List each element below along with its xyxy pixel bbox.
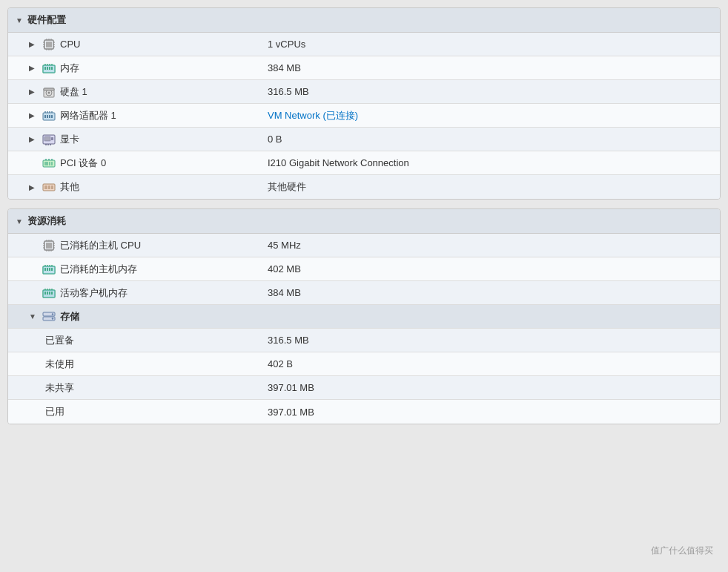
resources-section-title: 资源消耗 — [27, 214, 66, 228]
other-value: 其他硬件 — [260, 176, 720, 198]
cpu-expand-arrow[interactable]: ▶ — [29, 40, 36, 48]
pci-label-text: PCI 设备 0 — [60, 157, 106, 170]
active-memory-label-text: 活动客户机内存 — [60, 286, 128, 300]
hardware-collapse-arrow[interactable]: ▼ — [16, 16, 23, 24]
storage-icon — [42, 310, 56, 323]
resources-collapse-arrow[interactable]: ▼ — [16, 217, 23, 226]
memory-label[interactable]: ▶ 内存 — [8, 57, 260, 79]
used-value: 397.01 MB — [260, 402, 720, 422]
table-row: 未使用 402 B — [8, 352, 720, 376]
host-cpu-label: ▶ — [8, 234, 260, 257]
cpu-icon — [42, 38, 56, 51]
host-memory-icon — [42, 263, 56, 276]
gpu-value: 0 B — [260, 129, 720, 149]
nic-value[interactable]: VM Network (已连接) — [260, 105, 720, 127]
hardware-section-title: 硬件配置 — [27, 13, 66, 27]
gpu-icon — [42, 133, 56, 146]
storage-subheader-row[interactable]: ▼ 存储 — [8, 305, 720, 329]
table-row: ▶ PCI 设备 0 I210 Gigabit Network Connecti… — [8, 151, 720, 175]
svg-rect-18 — [49, 67, 50, 70]
hardware-section-header[interactable]: ▼ 硬件配置 — [8, 8, 720, 33]
svg-rect-32 — [51, 115, 53, 118]
table-row: ▶ 内存 384 — [8, 56, 720, 80]
host-cpu-label-text: 已消耗的主机 CPU — [60, 239, 141, 252]
memory-label-text: 内存 — [60, 62, 79, 75]
svg-rect-71 — [47, 268, 48, 271]
other-label-text: 其他 — [60, 180, 79, 194]
svg-rect-1 — [46, 42, 52, 47]
svg-rect-17 — [47, 67, 48, 70]
table-row: ▶ — [8, 33, 720, 56]
hardware-panel: ▼ 硬件配置 ▶ — [7, 7, 721, 200]
storage-label[interactable]: ▼ 存储 — [8, 306, 260, 328]
gpu-label[interactable]: ▶ 显卡 — [8, 128, 260, 151]
pci-icon — [42, 157, 56, 170]
svg-rect-51 — [44, 185, 47, 189]
storage-expand-arrow[interactable]: ▼ — [29, 312, 36, 320]
storage-label-text: 存储 — [60, 310, 79, 323]
svg-rect-30 — [47, 115, 48, 118]
pci-label: ▶ PCI 设备 0 — [8, 152, 260, 174]
memory-value: 384 MB — [260, 58, 720, 78]
hardware-table: ▶ — [8, 33, 720, 199]
gpu-expand-arrow[interactable]: ▶ — [29, 135, 36, 143]
cpu-value: 1 vCPUs — [260, 34, 720, 54]
disk-expand-arrow[interactable]: ▶ — [29, 88, 36, 96]
svg-point-26 — [48, 91, 50, 93]
svg-rect-81 — [47, 292, 48, 295]
svg-rect-53 — [51, 185, 53, 189]
resources-panel: ▼ 资源消耗 ▶ — [7, 208, 721, 424]
svg-rect-46 — [51, 162, 53, 165]
disk-label[interactable]: ▶ 硬盘 1 — [8, 81, 260, 103]
table-row: ▶ 活动客户机内存 — [8, 281, 720, 305]
other-icon — [42, 180, 56, 194]
host-memory-label: ▶ 已消耗的主机内存 — [8, 258, 260, 280]
nic-icon — [42, 109, 56, 122]
svg-rect-72 — [49, 268, 50, 271]
gpu-label-text: 显卡 — [60, 133, 79, 146]
disk-label-text: 硬盘 1 — [60, 85, 87, 99]
svg-rect-82 — [49, 292, 50, 295]
table-row: ▶ 硬盘 1 316.5 MB — [8, 80, 720, 104]
svg-rect-39 — [51, 137, 53, 140]
host-memory-label-text: 已消耗的主机内存 — [60, 263, 137, 276]
nic-label[interactable]: ▶ 网络适配器 1 — [8, 105, 260, 127]
used-label-text: 已用 — [45, 405, 64, 418]
cpu-label-text: CPU — [60, 39, 80, 50]
unshared-value: 397.01 MB — [260, 378, 720, 398]
svg-rect-52 — [48, 185, 50, 189]
unshared-label: 未共享 — [8, 377, 260, 399]
other-expand-arrow[interactable]: ▶ — [29, 183, 36, 191]
nic-label-text: 网络适配器 1 — [60, 109, 116, 122]
cpu-label[interactable]: ▶ — [8, 33, 260, 56]
nic-expand-arrow[interactable]: ▶ — [29, 111, 36, 119]
disk-icon — [42, 85, 56, 99]
svg-point-91 — [52, 318, 53, 319]
table-row: ▶ 其他 其他硬件 — [8, 175, 720, 199]
resources-section-header[interactable]: ▼ 资源消耗 — [8, 209, 720, 234]
provisioned-label: 已置备 — [8, 329, 260, 352]
svg-rect-27 — [44, 88, 54, 91]
table-row: ▶ 网络适配器 1 VM Network ( — [8, 104, 720, 128]
svg-rect-16 — [44, 67, 46, 70]
disk-value: 316.5 MB — [260, 82, 720, 102]
table-row: ▶ 显卡 0 B — [8, 128, 720, 151]
table-row: 已置备 316.5 MB — [8, 329, 720, 352]
svg-rect-73 — [51, 268, 53, 271]
svg-rect-31 — [49, 115, 50, 118]
active-memory-value: 384 MB — [260, 283, 720, 303]
svg-rect-70 — [44, 268, 46, 271]
host-cpu-icon — [42, 239, 56, 252]
other-label[interactable]: ▶ 其他 — [8, 176, 260, 198]
used-label: 已用 — [8, 401, 260, 423]
host-cpu-value: 45 MHz — [260, 235, 720, 255]
unused-value: 402 B — [260, 354, 720, 374]
active-memory-label: ▶ 活动客户机内存 — [8, 282, 260, 304]
memory-icon — [42, 62, 56, 75]
memory-expand-arrow[interactable]: ▶ — [29, 64, 36, 72]
svg-rect-19 — [51, 67, 53, 70]
svg-rect-83 — [51, 292, 53, 295]
active-memory-icon — [42, 286, 56, 300]
unused-label-text: 未使用 — [45, 358, 74, 371]
svg-rect-45 — [49, 162, 50, 165]
